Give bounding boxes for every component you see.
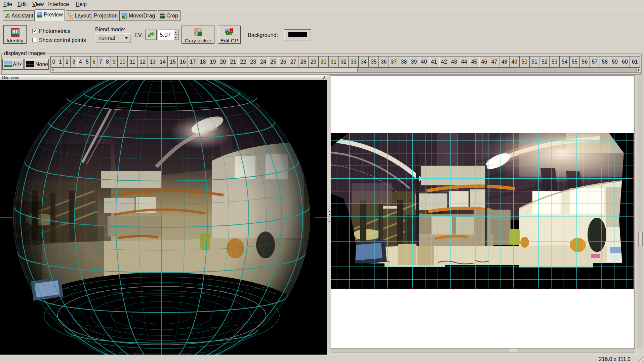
svg-text:1: 1 — [14, 30, 16, 34]
svg-text:GL: GL — [37, 12, 40, 15]
